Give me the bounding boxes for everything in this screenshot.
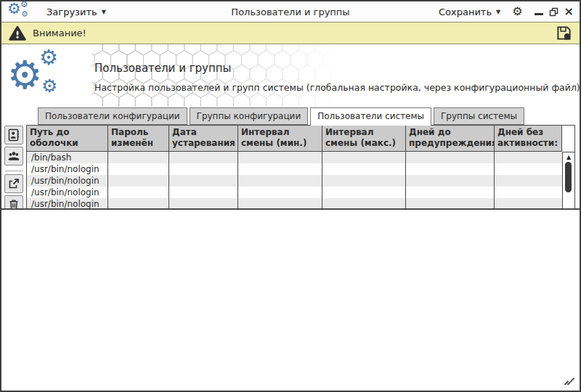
page-title: Пользователи и группы	[94, 62, 231, 75]
column-header: Интервал смены (мин.)	[238, 126, 322, 152]
restore-icon	[549, 7, 558, 17]
resize-grip[interactable]	[562, 377, 574, 387]
column-divider	[494, 152, 495, 210]
page-logo-gears-icon: ⚙⚙⚙	[7, 49, 70, 101]
column-header: Дата устаревания	[169, 126, 238, 152]
vertical-scrollbar[interactable]: ▲	[562, 152, 574, 210]
table-cell: /usr/bin/nologin	[31, 187, 99, 198]
load-button-label: Загрузить	[46, 7, 97, 17]
column-header: Дней до предупреждения	[406, 126, 495, 152]
app-logo-gears-icon: ⚙⚙⚙	[7, 2, 35, 21]
scroll-up-icon[interactable]: ▲	[563, 154, 574, 160]
save-file-button[interactable]	[556, 25, 572, 41]
tab-users-config[interactable]: Пользователи конфигурации	[38, 107, 187, 125]
column-divider	[107, 152, 108, 210]
toolbar-button-users-group[interactable]	[4, 147, 23, 166]
close-button[interactable]: ×	[564, 6, 574, 17]
status-bar	[1, 210, 580, 391]
save-button-label: Сохранить	[439, 7, 492, 17]
tab-groups-system[interactable]: Группы системы	[434, 107, 524, 125]
table-header: Путь до оболочкиПароль изменёнДата устар…	[27, 126, 562, 152]
table-cell: /bin/bash	[31, 152, 71, 163]
vertical-scroll-thumb[interactable]	[565, 162, 572, 192]
tab-bar: Пользователи конфигурацииГруппы конфигур…	[38, 107, 527, 125]
main-content: ⚙⚙⚙ Пользователи и группы Настройка поль…	[1, 44, 580, 210]
side-toolbar	[4, 126, 25, 210]
app-window: ⚙⚙⚙ Загрузить ▼ Пользователи и группы Со…	[0, 0, 581, 392]
table-cell: /usr/bin/nologin	[31, 198, 99, 210]
warning-bar: Внимание!	[1, 22, 580, 44]
titlebar: ⚙⚙⚙ Загрузить ▼ Пользователи и группы Со…	[1, 1, 580, 22]
tab-groups-config[interactable]: Группы конфигурации	[190, 107, 309, 125]
settings-gear-icon[interactable]: ⚙	[512, 6, 522, 17]
save-button[interactable]: Сохранить ▼	[434, 5, 505, 19]
chevron-down-icon: ▼	[102, 9, 106, 15]
page-subtitle: Настройка пользователей и групп системы …	[94, 82, 580, 93]
floppy-save-icon	[556, 25, 572, 41]
users-table: Путь до оболочкиПароль изменёнДата устар…	[26, 125, 575, 210]
tab-users-system[interactable]: Пользователи системы	[310, 107, 431, 126]
toolbar-button-user-card[interactable]	[4, 126, 23, 144]
warning-label: Внимание!	[33, 28, 86, 38]
toolbar-button-trash[interactable]	[4, 195, 23, 210]
column-header: Дней без активности:	[495, 126, 562, 152]
hexagon-pattern	[92, 44, 336, 107]
users-group-icon	[7, 150, 20, 163]
table-body: /bin/bash/usr/bin/nologin/usr/bin/nologi…	[27, 152, 562, 210]
load-button[interactable]: Загрузить ▼	[42, 5, 110, 19]
column-divider	[237, 152, 238, 210]
trash-icon	[7, 198, 20, 210]
column-divider	[168, 152, 169, 210]
column-header: Путь до оболочки	[27, 126, 108, 152]
toolbar-button-export[interactable]	[4, 174, 23, 193]
column-header: Интервал смены (макс.)	[322, 126, 406, 152]
table-cell: /usr/bin/nologin	[31, 163, 99, 175]
column-header: Пароль изменён	[108, 126, 169, 152]
column-divider	[405, 152, 406, 210]
chevron-down-icon: ▼	[496, 9, 500, 15]
warning-triangle-icon	[9, 25, 26, 41]
maximize-button[interactable]	[549, 7, 558, 17]
export-icon	[7, 177, 20, 190]
user-card-icon	[7, 128, 20, 142]
minimize-button[interactable]	[535, 13, 543, 15]
table-cell: /usr/bin/nologin	[31, 175, 99, 187]
column-divider	[322, 152, 322, 210]
toolbar-divider	[5, 171, 23, 171]
